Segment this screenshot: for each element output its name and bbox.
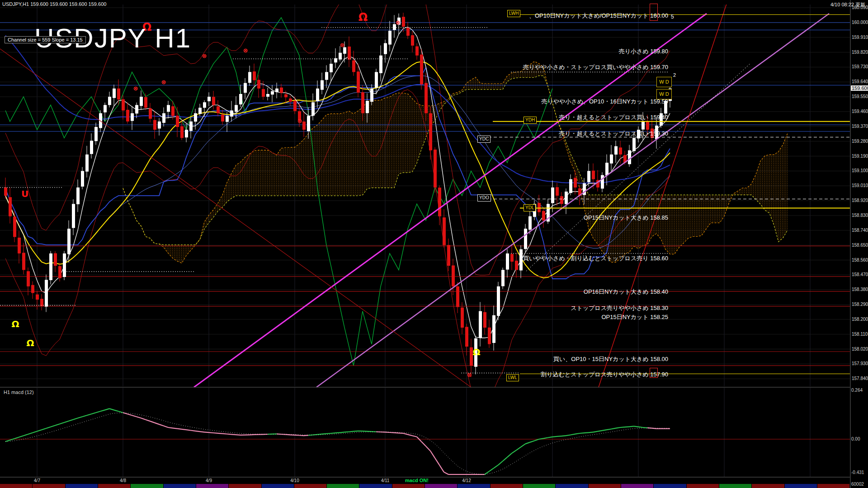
level-tag-ydc: YDC [477,136,491,143]
period-separator-cell [556,484,588,488]
wd-corner-note: 2 [673,72,676,78]
level-tag-lwh: LWH [507,10,520,17]
channel-info-label: Channel size = 559 Slope = 13.15 [5,36,86,43]
date-label: 4/9 [206,478,212,483]
svg-text:⊗: ⊗ [297,117,302,124]
period-separator-cell [589,484,621,488]
period-separator-cell [294,484,326,488]
period-separator-cell [33,484,65,488]
price-axis-label: 160.000 [852,20,868,25]
level-tag-lwl: LWL [506,374,519,381]
date-label: 4/10 [290,478,299,483]
price-axis-label: 158.110 [852,332,868,337]
period-separator-cell [196,484,228,488]
level-annotation: OP15日NYカット大きめ 158.85 [584,214,668,222]
period-separator-cell [785,484,817,488]
level-annotation: 割り込むとストップロス売りやや小さめ 157.90 [541,371,668,379]
macd-scale-extra: 60002 [851,482,864,487]
price-axis-label: 158.920 [852,198,868,203]
price-axis-label: 157.930 [852,361,868,366]
level-annotation: 売りやや小さめ、OP10・16日NYカット 159.50 [541,98,668,106]
price-axis-label: 159.370 [852,124,868,129]
level-annotation: 買いやや小さめ・割り込むとストップロス売り 158.60 [523,254,668,263]
macd-indicator-label: H1 macd (12) [4,389,34,395]
level-annotation: 買い、OP10・15日NYカット大きめ 158.00 [553,355,668,363]
period-separator-cell [229,484,261,488]
price-axis-label: 158.650 [852,243,868,248]
level-annotation: ストップロス売りやや小さめ 158.30 [571,304,668,312]
svg-text:⊗: ⊗ [243,47,248,54]
period-separator-cell [66,484,98,488]
price-axis-label: 158.020 [852,347,868,352]
level-tag-ydl: YDL [524,204,536,211]
price-axis-label: 158.740 [852,228,868,233]
level-annotation: 売り・超えるとストップロス買い 159.40 [559,113,668,122]
period-separator-cell [523,484,555,488]
level-annotation: 、OP10日NYカット大きめ/OP15日NYカット 160.00 [529,12,668,20]
level-annotation: OP15日NYカット 158.25 [601,313,668,321]
price-axis-label: 159.190 [852,154,868,159]
current-price-tag: 159.600 [851,85,868,91]
macd-scale-top: 0.264 [851,388,863,393]
period-separator-cell [392,484,425,488]
price-axis-label: 159.100 [852,168,868,173]
period-separator-cell [98,484,130,488]
price-axis-label: 158.830 [852,213,868,218]
price-axis-label: 159.820 [852,50,868,55]
period-separator-cell [752,484,784,488]
small-five-note: 5 [671,14,674,20]
price-axis-label: 159.730 [852,64,868,69]
level-annotation: 売り・超えるとストップロス買い 159.30 [559,130,668,138]
macd-scale-zero: 0.00 [851,436,860,441]
svg-text:⊗: ⊗ [133,85,138,92]
period-separator-cell [719,484,751,488]
timeframe-button-wd-1[interactable]: W D [656,77,672,87]
price-axis-label: 158.560 [852,258,868,263]
level-annotation: OP16日NYカット大きめ 158.40 [584,288,668,296]
period-separator-cell [621,484,653,488]
chart-canvas[interactable]: ΩΩUΩΩΩ⊗⊗⊗⊗⊗⊗⊗⊗ [0,0,868,488]
svg-text:Ω: Ω [359,11,368,23]
period-separator-cell [654,484,686,488]
date-label: 4/12 [462,478,471,483]
date-label: 4/11 [381,478,390,483]
period-separator-strip [0,484,850,488]
price-axis-label: 158.290 [852,302,868,307]
period-separator-cell [327,484,359,488]
period-separator-cell [491,484,523,488]
price-axis-label: 158.470 [852,272,868,277]
period-separator-cell [131,484,163,488]
price-axis-label: 159.010 [852,183,868,188]
price-axis-label: 159.280 [852,139,868,144]
period-separator-cell [262,484,294,488]
level-tag-ydh: YDH [524,117,537,124]
price-flag-box-bottom [650,368,658,378]
macd-on-note: macd ON! [405,478,429,483]
level-tag-ydo: YDO [477,194,491,202]
period-separator-cell [817,484,849,488]
price-axis-label: 159.640 [852,79,868,84]
period-separator-cell [425,484,457,488]
mt4-chart-window: ΩΩUΩΩΩ⊗⊗⊗⊗⊗⊗⊗⊗ USDJPY,H1 159.600 159.600… [0,0,868,488]
price-flag-box-top [650,4,658,21]
svg-text:⊗: ⊗ [161,79,166,85]
price-axis-label: 159.550 [852,94,868,99]
svg-text:Ω: Ω [472,347,480,357]
period-separator-cell [458,484,490,488]
period-separator-cell [0,484,32,488]
level-annotation: 売り小さめ 159.80 [619,47,668,56]
svg-text:⊗: ⊗ [396,19,401,26]
svg-text:⊗: ⊗ [467,371,472,378]
level-annotation: 売りやや小さめ・ストップロス買いやや小さめ 159.70 [523,63,668,71]
macd-scale-bottom: -0.431 [851,470,864,475]
update-time: 4/10 08:22 更新 [830,1,865,8]
symbol-ohlc-readout: USDJPY,H1 159.600 159.600 159.600 159.60… [2,1,106,7]
price-axis-label: 159.910 [852,35,868,40]
svg-text:⊗: ⊗ [202,52,207,59]
svg-text:Ω: Ω [26,338,34,348]
price-axis-label: 158.380 [852,287,868,292]
date-label: 4/7 [34,478,40,483]
price-axis-label: 158.200 [852,317,868,322]
timeframe-button-wd-2[interactable]: W D [656,89,672,99]
period-separator-cell [164,484,196,488]
